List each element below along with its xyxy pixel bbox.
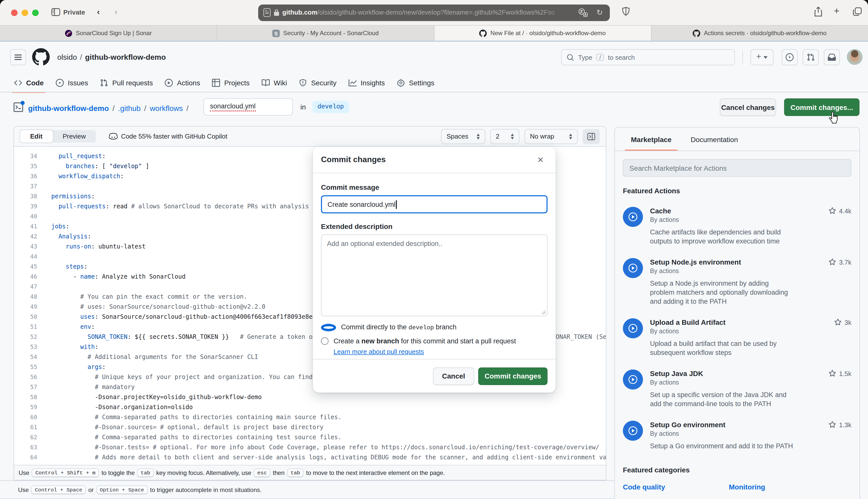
create-new-button[interactable]: + (750, 49, 774, 65)
modal-cancel-button[interactable]: Cancel (433, 367, 474, 385)
category-code-quality-link[interactable]: Code quality (623, 483, 729, 491)
tab-overview-icon[interactable] (853, 7, 863, 16)
marketplace-action-item[interactable]: Setup Go environmentBy actions1.3kSetup … (623, 421, 852, 451)
commit-direct-option[interactable]: Commit directly to the develop branch (321, 323, 547, 331)
filename-input[interactable]: sonarcloud.yml (203, 98, 293, 115)
learn-more-link[interactable]: Learn more about pull requests (334, 348, 547, 355)
browser-tab[interactable]: SonarCloud Sign Up | Sonar (0, 26, 217, 41)
tab-preview[interactable]: Preview (52, 130, 96, 143)
text-caret (396, 200, 397, 209)
indent-mode-select[interactable]: Spaces (441, 129, 485, 144)
action-title[interactable]: Setup Node.js environment (650, 258, 741, 266)
tab-marketplace[interactable]: Marketplace (631, 135, 672, 150)
breadcrumb-github-dir-link[interactable]: .github (118, 104, 141, 112)
browser-tab[interactable]: SSecurity - My Account - SonarCloud (217, 26, 434, 41)
code-line[interactable]: 58 -Dsonar.projectKey=olsido_github-work… (14, 392, 606, 402)
commit-changes-page-button[interactable]: Commit changes... (784, 98, 859, 116)
nav-tab-projects[interactable]: Projects (207, 73, 255, 92)
close-icon[interactable]: ✕ (533, 153, 547, 167)
branch-badge[interactable]: develop (312, 101, 349, 113)
code-line[interactable]: 64 # Adds more detail to both client and… (14, 452, 606, 462)
action-description: Upload a build artifact that can be used… (650, 339, 794, 357)
featured-actions-list: CacheBy actions4.4kCache artifacts like … (615, 207, 859, 451)
header-repo-breadcrumb: olsido/github-workflow-demo (57, 53, 166, 61)
window-minimize-button[interactable] (22, 10, 28, 16)
forward-button[interactable]: › (114, 7, 117, 17)
marketplace-action-item[interactable]: CacheBy actions4.4kCache artifacts like … (623, 207, 852, 246)
marketplace-action-item[interactable]: Setup Node.js environmentBy actions3.7kS… (623, 258, 852, 306)
global-search-input[interactable]: Type / to search (561, 49, 735, 65)
code-line[interactable]: 60 # Comma-separated paths to directorie… (14, 412, 606, 422)
inbox-button[interactable] (824, 49, 840, 65)
nav-tab-settings[interactable]: Settings (392, 73, 439, 92)
projects-icon (212, 78, 220, 87)
indent-size-select[interactable]: 2 (490, 129, 519, 144)
privacy-shield-icon[interactable] (622, 7, 630, 16)
github-logo[interactable] (32, 48, 50, 66)
action-title[interactable]: Setup Go environment (650, 421, 725, 429)
share-icon[interactable] (814, 7, 823, 17)
select-arrows-icon (511, 133, 514, 139)
code-line[interactable]: 59 -Dsonar.organization=olsido (14, 402, 606, 412)
browser-tab[interactable]: New File at / · olsido/github-workflow-d… (434, 26, 651, 41)
hamburger-menu-button[interactable] (10, 49, 26, 65)
nav-tab-pull-requests[interactable]: Pull requests (95, 73, 158, 92)
nav-tab-code[interactable]: Code (9, 73, 49, 92)
line-number: 44 (14, 252, 37, 261)
marketplace-action-item[interactable]: Upload a Build ArtifactBy actions3kUploa… (623, 318, 852, 357)
cancel-changes-button[interactable]: Cancel changes (720, 98, 776, 116)
book-icon (262, 78, 270, 87)
action-title[interactable]: Cache (650, 207, 679, 215)
address-bar[interactable]: github.com/olsido/github-workflow-demo/n… (258, 4, 610, 21)
tab-documentation[interactable]: Documentation (691, 135, 738, 150)
copilot-icon (109, 133, 118, 140)
tab-edit[interactable]: Edit (20, 130, 53, 143)
marketplace-search-input[interactable]: Search Marketplace for Actions (623, 159, 852, 177)
window-close-button[interactable] (11, 10, 17, 16)
keyboard-key: Control + Space (32, 485, 86, 494)
reader-mode-icon[interactable] (263, 8, 271, 17)
side-panel-toggle-button[interactable] (583, 129, 600, 144)
code-line[interactable]: 63 #-Dsonar.tests= # optional. For more … (14, 442, 606, 452)
owner-link[interactable]: olsido (57, 53, 77, 61)
nav-tab-issues[interactable]: Issues (51, 73, 93, 92)
nav-tab-security[interactable]: Security (294, 73, 341, 92)
action-author: By actions (650, 379, 703, 386)
action-description: Setup a Node.js environment by adding pr… (650, 279, 794, 306)
category-monitoring-link[interactable]: Monitoring (729, 483, 835, 491)
user-avatar[interactable] (847, 49, 863, 65)
repo-link[interactable]: github-workflow-demo (85, 53, 166, 61)
action-play-icon (623, 369, 643, 390)
breadcrumb-repo-link[interactable]: github-workflow-demo (28, 104, 109, 112)
nav-tab-actions[interactable]: Actions (160, 73, 205, 92)
sidebar-toggle-icon[interactable] (51, 8, 60, 16)
translate-icon[interactable] (578, 8, 588, 17)
code-line[interactable]: 62 # Comma-separated paths to directorie… (14, 432, 606, 442)
commit-message-input[interactable]: Create sonarcloud.yml (321, 195, 547, 214)
action-title[interactable]: Upload a Build Artifact (650, 318, 726, 326)
marketplace-action-item[interactable]: Setup Java JDKBy actions1.5kSet up a spe… (623, 369, 852, 409)
modal-commit-button[interactable]: Commit changes (478, 367, 547, 385)
extended-description-textarea[interactable]: Add an optional extended description.. (321, 234, 547, 316)
reload-icon[interactable]: ↻ (596, 8, 603, 17)
browser-tab[interactable]: Actions secrets · olsido/github-workflow… (651, 26, 868, 41)
new-branch-option[interactable]: Create a new branch for this commit and … (321, 337, 547, 345)
code-line[interactable]: 61 #-Dsonar.sources= # optional, default… (14, 422, 606, 432)
play-circle-icon (165, 78, 173, 87)
issues-button[interactable] (782, 49, 798, 65)
nav-tab-wiki[interactable]: Wiki (257, 73, 292, 92)
action-title[interactable]: Setup Java JDK (650, 369, 703, 378)
resize-grip-icon[interactable] (541, 310, 545, 314)
back-button[interactable]: ‹ (97, 7, 100, 17)
github-favicon (480, 29, 487, 37)
select-arrows-icon (477, 133, 480, 139)
search-icon (567, 53, 574, 61)
breadcrumb-workflows-dir-link[interactable]: workflows (150, 104, 183, 112)
line-number: 62 (14, 432, 37, 442)
copilot-banner[interactable]: Code 55% faster with GitHub Copilot (109, 133, 227, 140)
nav-tab-insights[interactable]: Insights (343, 73, 390, 92)
window-zoom-button[interactable] (32, 10, 39, 16)
wrap-mode-select[interactable]: No wrap (525, 129, 578, 144)
pull-requests-button[interactable] (803, 49, 819, 65)
new-tab-icon[interactable]: + (834, 5, 839, 16)
